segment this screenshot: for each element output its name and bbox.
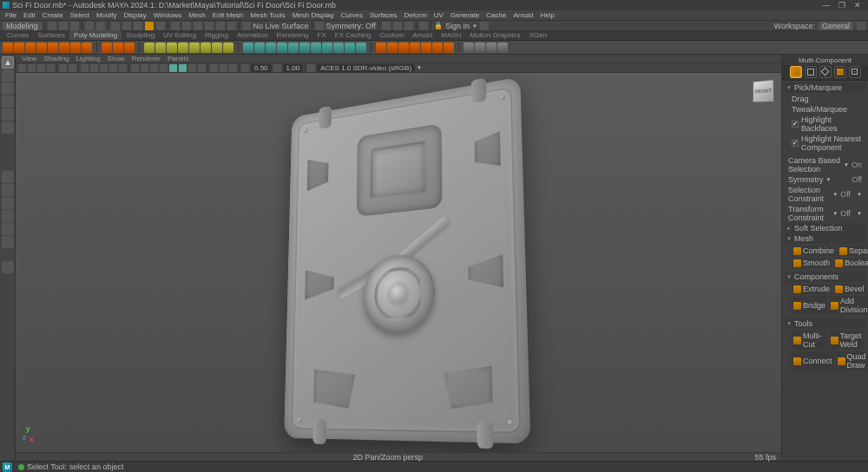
vp-gatemask-icon[interactable] [109,64,117,72]
gear-icon[interactable] [212,43,222,53]
poly-pipe-icon[interactable] [113,43,123,53]
poly-plane-icon[interactable] [59,43,69,53]
shelf-tab-mash[interactable]: MASH [437,30,465,40]
vp-gamma-icon[interactable] [273,64,281,72]
vp-smoothshade-icon[interactable] [141,64,148,72]
smooth-icon[interactable] [266,43,276,53]
shelf-tab-curves[interactable]: Curves [3,30,33,40]
poly-sphere-icon[interactable] [3,43,13,53]
shelf-tab-uvediting[interactable]: UV Editing [159,30,201,40]
menu-help[interactable]: Help [537,11,558,19]
mesh-section-header[interactable]: Mesh [785,233,865,244]
bridge-button[interactable]: Bridge [792,296,827,315]
vp-select-camera-icon[interactable] [18,64,26,72]
door-model[interactable] [284,76,530,443]
vp-motionblur-icon[interactable] [188,64,196,72]
mode-face-icon[interactable] [834,66,846,78]
pick-section-header[interactable]: Pick/Marquee [785,82,865,93]
vp-ao-icon[interactable] [179,64,187,72]
menu-deform[interactable]: Deform [401,11,431,19]
marketplace-icon[interactable] [480,22,489,30]
menu-windows[interactable]: Windows [150,11,185,19]
vp-camera-attr-icon[interactable] [28,64,36,72]
add-divisions-icon[interactable] [410,43,420,53]
pick-drag[interactable]: Drag [792,95,809,103]
shelf-tab-polymodeling[interactable]: Poly Modeling [69,30,122,40]
workspace-layout-icon[interactable] [857,22,865,30]
mode-uv-icon[interactable] [849,66,861,78]
outliner-icon[interactable] [2,197,14,209]
vp-lighting[interactable]: Lighting [73,55,104,62]
sphericalharmonics-icon[interactable] [189,43,200,53]
vp-exposure-value[interactable]: 0.50 [251,64,272,72]
vp-2dpan-icon[interactable] [59,64,67,72]
sel-face-icon[interactable] [134,22,142,30]
lasso-tool-icon[interactable] [2,69,14,82]
fillhole-icon[interactable] [333,43,344,53]
maximize-button[interactable]: ❐ [834,1,850,10]
shelf-tab-rigging[interactable]: Rigging [201,30,233,40]
workspace-selector[interactable]: General [819,22,853,30]
remesh-icon[interactable] [311,43,321,53]
shelf-tab-fxcaching[interactable]: FX Caching [331,30,376,40]
save-scene-icon[interactable] [70,22,79,30]
redo-icon[interactable] [96,22,105,30]
menu-file[interactable]: File [2,11,20,19]
connect-icon[interactable] [486,43,496,53]
poly-disc-icon[interactable] [70,43,81,53]
vp-grid-icon[interactable] [81,64,89,72]
smooth-button[interactable]: Smooth [792,258,832,268]
quaddraw-button[interactable]: Quad Draw [836,351,868,370]
poly-cube-icon[interactable] [14,43,24,53]
sweep-mesh-icon[interactable] [167,43,177,53]
vp-wireframe-icon[interactable] [131,64,139,72]
tools-section-header[interactable]: Tools [785,318,865,329]
construction-history-icon[interactable] [382,22,391,30]
menu-curves[interactable]: Curves [338,11,366,19]
menu-select[interactable]: Select [67,11,93,19]
render-settings-icon[interactable] [404,22,413,30]
highlight-backfaces-checkbox[interactable] [792,121,799,128]
vp-textured-icon[interactable] [150,64,158,72]
poly-platonic-icon[interactable] [82,43,92,53]
vp-view[interactable]: View [18,55,40,62]
multicut-button[interactable]: Multi-Cut [792,331,827,350]
connect-button[interactable]: Connect [792,351,834,370]
camera-based-value[interactable]: On [852,161,862,169]
paint-select-tool-icon[interactable] [2,82,14,95]
channel-box-icon[interactable] [2,223,14,235]
minimize-button[interactable]: — [819,1,834,10]
sel-multi-icon[interactable] [156,22,165,30]
reduce-icon[interactable] [299,43,310,53]
bevel-button[interactable]: Bevel [833,284,866,294]
vp-bookmarks-icon[interactable] [37,64,45,72]
poly-torus-icon[interactable] [48,43,58,53]
vp-isolate-icon[interactable] [210,64,218,72]
vp-gamma-value[interactable]: 1.00 [283,64,304,72]
multicut-icon[interactable] [464,43,474,53]
move-tool-icon[interactable] [2,95,14,108]
mode-vertex-icon[interactable] [805,66,817,78]
extrude-button[interactable]: Extrude [792,284,832,294]
menu-display[interactable]: Display [121,11,150,19]
poly-cylinder-icon[interactable] [25,43,36,53]
menu-uv[interactable]: UV [431,11,447,19]
vp-image-plane-icon[interactable] [47,64,55,72]
soccer-icon[interactable] [223,43,233,53]
mode-edge-icon[interactable] [819,66,832,78]
graph-editor-icon[interactable] [2,210,14,222]
menu-create[interactable]: Create [39,11,67,19]
vp-resolution-icon[interactable] [100,64,108,72]
layout-single-icon[interactable] [2,171,14,183]
svg-icon[interactable] [155,43,166,53]
poly-helix-icon[interactable] [124,43,135,53]
sel-object-icon[interactable] [145,22,154,30]
sign-in[interactable]: Sign In [445,22,470,30]
bevel-icon[interactable] [387,43,398,53]
quaddraw-icon[interactable] [497,43,508,53]
close-button[interactable]: ✕ [850,1,865,10]
scale-tool-icon[interactable] [2,121,14,134]
vp-viewtransform-icon[interactable] [307,64,315,72]
mode-object-icon[interactable] [790,66,802,78]
symmetry-label[interactable]: Symmetry: Off [326,22,376,30]
